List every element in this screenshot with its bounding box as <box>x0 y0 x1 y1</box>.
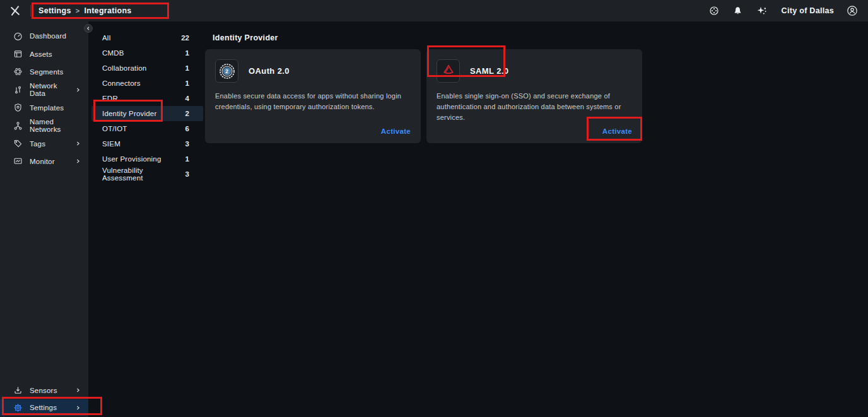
category-connectors[interactable]: Connectors 1 <box>88 76 203 91</box>
category-identity-provider[interactable]: Identity Provider 2 <box>91 106 203 121</box>
card-description: Enables secure data access for apps with… <box>215 91 411 112</box>
category-ot-iot[interactable]: OT/IOT 6 <box>88 121 203 136</box>
oauth2-logo: 2 <box>215 59 238 83</box>
gear-icon <box>13 402 23 413</box>
sidebar-collapse-button[interactable] <box>84 24 93 33</box>
category-edr[interactable]: EDR 4 <box>88 91 203 106</box>
chevron-right-icon <box>75 158 81 164</box>
breadcrumb-separator: > <box>76 7 80 15</box>
ai-sparkle-icon[interactable] <box>756 5 768 16</box>
chevron-right-icon <box>75 387 81 393</box>
category-count: 22 <box>181 34 189 42</box>
support-icon[interactable] <box>708 5 720 16</box>
network-data-icon <box>13 85 23 95</box>
card-description: Enables single sign-on (SSO) and secure … <box>437 91 632 123</box>
category-user-provisioning[interactable]: User Provisioning 1 <box>88 151 203 167</box>
category-label: OT/IOT <box>102 125 127 132</box>
topbar: Settings > Integrations <box>0 0 868 21</box>
sidebar-item-label: Tags <box>30 140 45 148</box>
category-count: 4 <box>185 95 189 102</box>
tag-icon <box>13 139 23 149</box>
activate-saml2-button[interactable]: Activate <box>602 127 632 135</box>
tenant-name: City of Dallas <box>782 6 834 15</box>
sidebar-item-label: Settings <box>30 404 57 411</box>
brand-x-logo-glyph <box>9 4 21 17</box>
sidebar-item-label: Dashboard <box>30 32 66 40</box>
card-header: 2 OAuth 2.0 <box>215 59 411 83</box>
app-window: Settings > Integrations <box>0 0 868 417</box>
sidebar-item-label: Named Networks <box>30 118 81 133</box>
integration-categories: All 22 CMDB 1 Collaboration 1 Connectors… <box>88 21 203 182</box>
category-label: CMDB <box>102 49 124 57</box>
breadcrumb-integrations[interactable]: Integrations <box>84 6 131 15</box>
breadcrumb-settings[interactable]: Settings <box>38 6 71 15</box>
sidebar-item-label: Segments <box>30 68 63 76</box>
category-collaboration[interactable]: Collaboration 1 <box>88 61 203 76</box>
category-label: User Provisioning <box>102 155 161 163</box>
category-label: Vulnerability Assessment <box>102 167 185 182</box>
sidebar-item-label: Templates <box>30 104 64 112</box>
category-label: Connectors <box>102 79 141 87</box>
named-networks-icon <box>13 120 23 131</box>
sidebar-item-assets[interactable]: Assets <box>0 45 88 62</box>
category-count: 3 <box>185 140 189 148</box>
oauth2-badge: 2 <box>223 67 231 75</box>
topbar-right: City of Dallas <box>708 5 868 16</box>
card-saml2: SAML 2.0 Enables single sign-on (SSO) an… <box>426 49 642 143</box>
category-cmdb[interactable]: CMDB 1 <box>88 45 203 61</box>
sidebar-item-network-data[interactable]: Network Data <box>0 81 88 98</box>
card-header: SAML 2.0 <box>437 59 632 83</box>
category-label: SIEM <box>102 140 120 148</box>
category-all[interactable]: All 22 <box>88 30 203 45</box>
saml-logo <box>437 59 460 83</box>
main-panel: Identity Provider 2 OAuth 2.0 <box>203 21 868 417</box>
card-oauth2: 2 OAuth 2.0 Enables secure data access f… <box>205 49 421 143</box>
category-vulnerability-assessment[interactable]: Vulnerability Assessment 3 <box>88 167 203 182</box>
category-label: Identity Provider <box>102 110 157 117</box>
notifications-bell-icon[interactable] <box>732 5 744 16</box>
sidebar-item-label: Network Data <box>30 82 75 97</box>
category-label: All <box>102 34 110 42</box>
sidebar-item-label: Assets <box>30 50 52 58</box>
sidebar-item-settings[interactable]: Settings <box>0 399 88 416</box>
segments-hex-cluster-icon <box>13 67 23 77</box>
card-title: OAuth 2.0 <box>249 66 290 76</box>
chevron-right-icon <box>75 87 81 93</box>
assets-table-icon <box>13 49 23 59</box>
sidebar-item-label: Sensors <box>30 387 57 394</box>
brand-x-logo[interactable] <box>0 4 30 17</box>
dashboard-gauge-icon <box>13 31 23 41</box>
category-count: 6 <box>185 125 189 132</box>
category-count: 1 <box>185 79 189 87</box>
activate-oauth2-button[interactable]: Activate <box>381 127 411 135</box>
integration-cards: 2 OAuth 2.0 Enables secure data access f… <box>205 49 868 143</box>
account-icon[interactable] <box>847 5 858 16</box>
sidebar-bottom: Sensors Settings <box>0 382 88 416</box>
sidebar-item-segments[interactable]: Segments <box>0 63 88 81</box>
category-count: 2 <box>185 110 189 117</box>
templates-shield-icon <box>13 103 23 113</box>
sensors-download-icon <box>13 385 23 396</box>
sidebar-item-monitor[interactable]: Monitor <box>0 153 88 170</box>
monitor-icon <box>13 156 23 167</box>
breadcrumb: Settings > Integrations <box>38 6 132 15</box>
sidebar-item-templates[interactable]: Templates <box>0 99 88 117</box>
sidebar: Dashboard Assets Segme <box>0 21 88 417</box>
category-count: 1 <box>185 64 189 72</box>
category-count: 1 <box>185 155 189 163</box>
sidebar-item-sensors[interactable]: Sensors <box>0 382 88 399</box>
category-siem[interactable]: SIEM 3 <box>88 136 203 151</box>
card-title: SAML 2.0 <box>470 66 508 76</box>
chevron-right-icon <box>75 141 81 146</box>
sidebar-nav: Dashboard Assets Segme <box>0 21 88 170</box>
category-count: 3 <box>185 170 189 178</box>
sidebar-item-named-networks[interactable]: Named Networks <box>0 117 88 134</box>
category-count: 1 <box>185 49 189 57</box>
sidebar-item-dashboard[interactable]: Dashboard <box>0 27 88 45</box>
sidebar-item-label: Monitor <box>30 158 55 165</box>
chevron-right-icon <box>75 405 81 411</box>
category-label: EDR <box>102 95 118 102</box>
page-title: Identity Provider <box>213 30 868 45</box>
category-label: Collaboration <box>102 64 146 72</box>
sidebar-item-tags[interactable]: Tags <box>0 134 88 152</box>
